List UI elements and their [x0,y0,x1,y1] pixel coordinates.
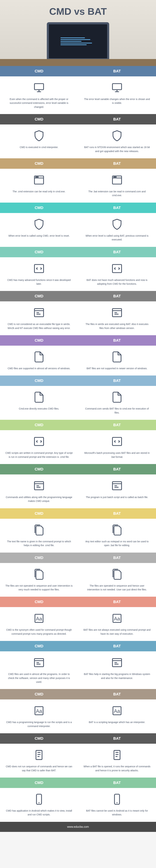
cmd-description: CMD does not run sequence of commands an… [5,765,73,772]
cmd-description: Commands and utilities along with the pr… [5,495,73,503]
cmd-description: The text file name is given in the comma… [5,539,73,547]
section-header-9: CMD BAT [0,464,156,474]
window-icon [33,656,45,669]
cmd-description: CMD files are used in almost all the pro… [5,672,73,684]
shield-icon [111,130,123,142]
code-icon [33,435,45,447]
infographic-container: CMD vs BAT CMD BAT Even when the command… [0,0,156,832]
cmd-cell: The .cmd extension can be read only in c… [0,174,78,197]
cmd-cell: CMD is executed in cmd interpreter. [0,130,78,153]
cmd-description: CMD has many advanced functions since it… [5,278,73,286]
comparison-row-0: Even when the command is affected with t… [0,76,156,114]
layout-icon [33,174,45,186]
svg-rect-26 [35,437,44,446]
bat-cell: Aa BAT is a scripting language which has… [78,705,156,728]
comparison-row-10: The text file name is given in the comma… [0,519,156,553]
code-icon [111,435,123,447]
section-header-10: CMD BAT [0,508,156,519]
laptop-screen [49,24,107,58]
section-header-15: CMD BAT [0,733,156,744]
section-header-6: CMD BAT [0,335,156,346]
comparison-row-12: Aa CMD is the synonym often used for com… [0,607,156,641]
bat-cell: When a BAT file is opened, it runs the s… [78,749,156,772]
bat-cell: The program is just batch script and is … [78,479,156,503]
bat-description: The files are operated in sequence and h… [83,584,151,592]
header-bat-label: BAT [78,689,156,700]
svg-rect-27 [113,437,122,446]
svg-point-10 [38,177,38,177]
header-bat-label: BAT [78,203,156,213]
svg-point-9 [37,177,37,177]
svg-text:Aa: Aa [114,708,120,714]
bat-cell: BAT files help in starting the big progr… [78,656,156,684]
cmd-description: Even when the command is affected with t… [5,97,73,109]
svg-point-13 [114,177,114,177]
text-icon: Aa [33,612,45,624]
header-bat-label: BAT [78,335,156,346]
bat-cell: Aa BAT files are not always executed usi… [78,612,156,636]
mobile-icon [33,793,45,805]
svg-rect-3 [113,84,122,90]
comparison-row-3: When error level is called using CMD, er… [0,213,156,247]
bat-description: BAT files are not always executed using … [83,628,151,636]
section-header-1: CMD BAT [0,114,156,124]
comparison-row-6: CMD files are supported in almost all ve… [0,346,156,375]
header-bat-label: BAT [78,114,156,124]
shield-icon [33,218,45,230]
cmd-cell: The text file name is given in the comma… [0,524,78,547]
bat-description: When a BAT file is opened, it runs the s… [83,765,151,772]
svg-rect-0 [35,84,44,90]
bat-description: BAT files are not supported in newer ver… [86,367,147,370]
window-icon [33,307,45,319]
cmd-cell: Aa CMD has a programming language to run… [0,705,78,728]
comparison-row-7: Cmd.exe directly executes CMD files. Com… [0,386,156,420]
comparison-row-14: Aa CMD has a programming language to run… [0,700,156,733]
section-header-13: CMD BAT [0,641,156,651]
header-cmd-label: CMD [0,778,78,788]
bat-description: The error level variable changes when th… [83,97,151,105]
comparison-row-15: CMD does not run sequence of commands an… [0,744,156,778]
header-bat-label: BAT [78,597,156,607]
cmd-cell: Commands and utilities along with the pr… [0,479,78,503]
window-icon [33,479,45,492]
cmd-description: CMD has a programming language to run th… [5,720,73,728]
window-icon [111,479,123,492]
section-header-7: CMD BAT [0,375,156,386]
bat-description: The .bat extension can be read in comman… [83,190,151,197]
shield-icon [33,130,45,142]
header-bat-label: BAT [78,641,156,651]
comparison-row-16: CMD has application in Android which mak… [0,788,156,822]
svg-rect-52 [36,750,42,760]
bat-description: The files in win9x are executed using BA… [83,322,151,330]
bat-description: The program is just batch script and is … [86,495,148,499]
scroll-icon [33,749,45,761]
file-icon [111,351,123,363]
bat-cell: When error level is called using BAT, pr… [78,218,156,242]
cmd-description: CMD is the synonym often used for comman… [5,628,73,636]
header-cmd-label: CMD [0,420,78,430]
header-cmd-label: CMD [0,597,78,607]
header-cmd-label: CMD [0,158,78,169]
svg-point-8 [36,177,36,177]
text-icon: Aa [33,705,45,717]
svg-rect-56 [114,750,120,760]
header-bat-label: BAT [78,778,156,788]
section-header-5: CMD BAT [0,291,156,301]
cmd-description: The files are not operated in sequence a… [5,584,73,592]
code-lines [61,36,95,46]
header-cmd-label: CMD [0,375,78,386]
bat-cell: The .bat extension can be read in comman… [78,174,156,197]
section-header-0: CMD BAT [0,66,156,76]
header-bat-label: BAT [78,508,156,519]
cmd-cell: Aa CMD is the synonym often used for com… [0,612,78,636]
cmd-cell: CMD files are supported in almost all ve… [0,351,78,370]
section-header-2: CMD BAT [0,158,156,169]
header-bat-label: BAT [78,158,156,169]
header-cmd-label: CMD [0,203,78,213]
svg-rect-16 [35,265,44,273]
bat-cell: Command.com sends BAT files to cmd.exe f… [78,391,156,414]
hero-section: CMD vs BAT [0,0,156,66]
cmd-description: Cmd.exe directly executes CMD files. [19,407,59,410]
section-header-14: CMD BAT [0,689,156,700]
laptop-illustration [47,22,109,60]
